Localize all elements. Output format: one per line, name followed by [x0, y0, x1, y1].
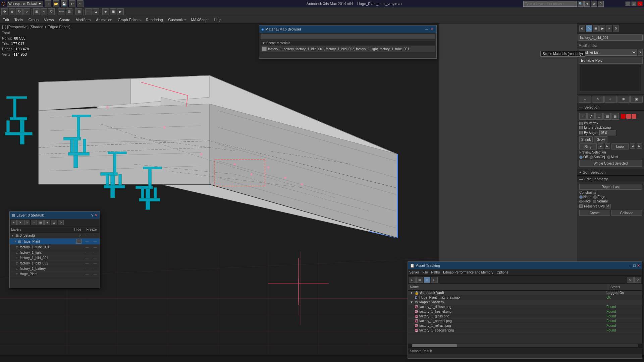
face-radio[interactable] — [579, 200, 583, 203]
workspace-dropdown[interactable]: Workspace: Default ▼ — [7, 1, 43, 7]
mat-search-input[interactable] — [261, 34, 435, 39]
search-opt-btn[interactable]: ▼ — [584, 1, 590, 7]
save-btn[interactable]: 💾 — [61, 0, 67, 7]
layer-item[interactable]: ⊡ factory_1_bild_002 — — — [10, 261, 100, 266]
asset-row[interactable]: 🖼 factory_1_specular.png Found — [408, 328, 642, 333]
close-btn[interactable]: ✕ — [637, 1, 643, 6]
modifier-options-btn[interactable]: ▼ — [638, 49, 643, 56]
collapse-btn[interactable]: Collapse — [611, 210, 642, 216]
asset-menu-file[interactable]: File — [422, 270, 428, 274]
menu-customize[interactable]: Customize — [166, 16, 189, 23]
snap2-btn[interactable]: △ — [41, 8, 47, 15]
loop-btn[interactable]: Loop — [611, 143, 629, 149]
vertex-mode-btn[interactable]: · — [579, 113, 587, 120]
layer-item[interactable]: ▼ ▤ 0 (default) ✓ — — — [10, 233, 100, 238]
menu-edit[interactable]: Edit — [0, 16, 12, 23]
menu-graph-editors[interactable]: Graph Editors — [115, 16, 143, 23]
asset-btn4[interactable]: ⊟ — [431, 277, 438, 283]
rotate-transform-btn[interactable]: ↻ — [592, 96, 604, 103]
menu-tools[interactable]: Tools — [12, 16, 26, 23]
material-btn[interactable]: ◈ — [102, 8, 109, 15]
loop-next-btn[interactable]: ► — [637, 143, 642, 149]
open-btn[interactable]: 📂 — [53, 0, 59, 7]
utilities-tab-icon[interactable]: ⚙ — [613, 25, 619, 32]
preview-off-radio[interactable] — [579, 156, 583, 159]
menu-maxscript[interactable]: MAXScript — [189, 16, 211, 23]
edge-mode-btn[interactable]: ╱ — [587, 113, 595, 120]
layer-delete-btn[interactable]: ✕ — [17, 220, 23, 225]
modify-tab-icon[interactable]: 🔧 — [586, 25, 592, 32]
display-tab-icon[interactable]: ☀ — [606, 25, 612, 32]
asset-row[interactable]: 🖼 factory_1_fresnel.png Found — [408, 309, 642, 314]
redo-btn[interactable]: ↪ — [77, 0, 84, 7]
scene-materials-row[interactable]: factory_1_battery, factory_1_bild_001, f… — [261, 46, 435, 52]
asset-refresh-btn[interactable]: ↻ — [627, 277, 634, 283]
layer-vis-box[interactable] — [76, 239, 82, 244]
menu-group[interactable]: Group — [26, 16, 42, 23]
mirror-btn[interactable]: ⟺ — [58, 8, 65, 15]
asset-close-btn[interactable]: ✕ — [637, 263, 640, 268]
selection-section-header[interactable]: — Selection — [577, 104, 644, 111]
undo-btn[interactable]: ↩ — [69, 0, 75, 7]
layer-collapse-btn[interactable]: ▲ — [51, 220, 57, 225]
asset-row[interactable]: 🖼 factory_1_refract.png Found — [408, 323, 642, 328]
layer-help-btn[interactable]: ? — [91, 213, 93, 218]
asset-scroll-thumb[interactable] — [412, 344, 457, 347]
move-transform-btn[interactable]: ↔ — [579, 96, 591, 103]
angle-input[interactable] — [599, 130, 616, 135]
layer-item[interactable]: ⊡ factory_1_tube_001 — — — [10, 245, 100, 250]
object-name-input[interactable] — [579, 35, 643, 41]
asset-horiz-scrollbar[interactable] — [408, 344, 642, 348]
layer-item[interactable]: ⊡ factory_1_battery — — — [10, 266, 100, 272]
new-btn[interactable]: 🗋 — [45, 0, 51, 7]
minimize-btn[interactable]: — — [625, 1, 631, 6]
viewport[interactable]: [+] [Perspective] [Shaded + Edged Faces]… — [0, 23, 439, 362]
ring-next-btn[interactable]: ► — [605, 143, 610, 149]
asset-btn3[interactable]: ≡ — [424, 277, 430, 283]
ignore-backfacing-cb[interactable] — [579, 126, 583, 129]
layer-item[interactable]: ⊡ factory_1_light — — — [10, 250, 100, 255]
shrink-btn[interactable]: Shrink — [579, 136, 593, 142]
layer-add-sel-btn[interactable]: → — [31, 220, 37, 225]
render-frame-btn[interactable]: ▣ — [110, 8, 116, 15]
repeat-last-btn[interactable]: Repeat Last — [579, 184, 642, 190]
squash-btn[interactable]: ⊞ — [618, 96, 630, 103]
create-tab-icon[interactable]: ⊕ — [579, 25, 585, 32]
move-btn[interactable]: ⊕ — [9, 8, 15, 15]
asset-group-vault[interactable]: ▼ 🔒 Autodesk Vault Logged Ou — [408, 291, 642, 295]
menu-modifiers[interactable]: Modifiers — [73, 16, 93, 23]
scale-btn[interactable]: ⤢ — [23, 8, 30, 15]
grow-btn[interactable]: Grow — [594, 136, 607, 142]
asset-menu-server[interactable]: Server — [409, 270, 419, 274]
layer-btn[interactable]: ▤ — [75, 8, 82, 15]
curve-editor-btn[interactable]: ≈ — [85, 8, 92, 15]
create-btn[interactable]: Create — [579, 210, 610, 216]
motion-tab-icon[interactable]: ▶ — [599, 25, 605, 32]
snap-btn[interactable]: ⊞ — [33, 8, 40, 15]
by-vertex-cb[interactable] — [579, 122, 583, 125]
normal-radio[interactable] — [593, 200, 596, 203]
menu-views[interactable]: Views — [41, 16, 56, 23]
ring-btn[interactable]: Ring — [579, 143, 597, 149]
asset-restore-btn[interactable]: □ — [633, 263, 636, 268]
mat-browser-close-btn[interactable]: ✕ — [430, 27, 434, 32]
preview-multi-radio[interactable] — [607, 156, 610, 159]
asset-btn1[interactable]: ⊡ — [409, 277, 416, 283]
menu-animation[interactable]: Animation — [93, 16, 115, 23]
select-btn[interactable]: ✛ — [1, 8, 8, 15]
asset-group-maps[interactable]: ▼ 🗂 Maps / Shaders — [408, 300, 642, 305]
editable-poly-item[interactable]: Editable Poly — [579, 57, 643, 64]
preserve-uvs-settings-btn[interactable]: ⚙ — [606, 204, 611, 208]
whole-object-selected-btn[interactable]: Whole Object Selected — [579, 160, 642, 167]
layer-expand-btn[interactable]: ▼ — [44, 220, 50, 225]
asset-menu-paths[interactable]: Paths — [431, 270, 440, 274]
edge-radio[interactable] — [593, 195, 597, 199]
modifier-dropdown[interactable]: Modifier List — [579, 49, 637, 56]
preview-subobj-radio[interactable] — [590, 156, 593, 159]
menu-create[interactable]: Create — [56, 16, 73, 23]
search-btn[interactable]: 🔍 — [578, 1, 584, 7]
place-btn[interactable]: ▣ — [630, 96, 643, 103]
search-x-btn[interactable]: ✕ — [591, 1, 597, 7]
layer-item[interactable]: ⊡ factory_1_bild_001 — — — [10, 255, 100, 261]
layer-item[interactable]: ▼ ▤ Huge_Plant — — — [10, 238, 100, 245]
